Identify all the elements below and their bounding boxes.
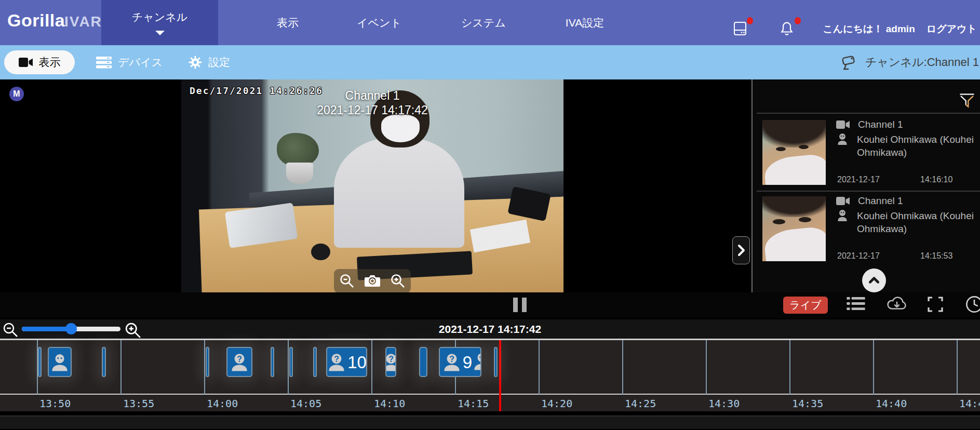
- storage-icon[interactable]: [732, 21, 749, 37]
- playback-control-bar: ライブ: [0, 292, 980, 318]
- snapshot-camera-icon[interactable]: [365, 275, 380, 287]
- timeline-tick-label: 14:00: [207, 397, 238, 410]
- event-time: 14:15:53: [920, 251, 952, 261]
- view-mode-label: 表示: [39, 55, 61, 70]
- timeline-event-bar[interactable]: [206, 347, 209, 377]
- sidebar-expand-button[interactable]: [732, 236, 750, 264]
- nav-tab-4[interactable]: IVA設定: [560, 0, 610, 45]
- timeline-tick-label: 13:50: [39, 397, 71, 410]
- current-channel-info: チャンネル:Channel 1: [840, 45, 979, 79]
- alert-dot: [795, 17, 801, 24]
- timeline-gridline: [957, 340, 958, 394]
- live-video-view[interactable]: Dec/17/2021 14:26:26 Channel 1 2021-12-1…: [181, 79, 563, 292]
- video-camera-icon: [19, 58, 33, 67]
- nav-tab-1[interactable]: 表示: [264, 0, 311, 45]
- timeline-current-datetime: 2021-12-17 14:17:42: [0, 323, 980, 335]
- monitor-badge: M: [9, 87, 24, 101]
- event-channel: Channel 1: [858, 195, 903, 207]
- fullscreen-icon[interactable]: [928, 297, 943, 314]
- download-icon[interactable]: [886, 295, 908, 314]
- event-date: 2021-12-17: [837, 251, 880, 261]
- person-icon: [836, 209, 849, 223]
- nav-tab-label: IVA設定: [566, 16, 604, 30]
- live-button[interactable]: ライブ: [783, 297, 828, 314]
- device-button[interactable]: デバイス: [96, 45, 163, 79]
- timeline-tick-label: 14:40: [876, 397, 907, 410]
- event-sidebar: Channel 1 Kouhei Ohmikawa (KouheiOhmikaw…: [751, 79, 980, 292]
- video-tool-overlay: [334, 269, 411, 292]
- timeline-playhead[interactable]: [499, 340, 501, 411]
- alert-dot: [747, 17, 753, 24]
- event-date: 2021-12-17: [837, 175, 880, 184]
- timeline-gridline: [539, 340, 540, 394]
- video-channel-title: Channel 1: [181, 89, 563, 103]
- timeline-gridline: [204, 340, 205, 394]
- timeline-event-bar[interactable]: [38, 347, 42, 377]
- brand-product-name: IVAR: [64, 14, 102, 30]
- channel-toolbar: 表示 デバイス 設定: [0, 45, 980, 79]
- nav-tab-label: システム: [461, 16, 506, 30]
- device-label: デバイス: [118, 55, 163, 70]
- timeline-event-group[interactable]: ?: [385, 347, 396, 377]
- logout-link[interactable]: ログアウト: [927, 22, 977, 36]
- timeline-gridline: [706, 340, 707, 394]
- bottom-strip: [0, 415, 980, 429]
- event-list-item[interactable]: Channel 1 Kouhei Ohmikawa (KouheiOhmikaw…: [753, 116, 980, 192]
- timeline-tick-label: 14:35: [792, 397, 823, 410]
- pause-button[interactable]: [513, 298, 527, 312]
- timeline-tick-label: 14:05: [290, 397, 321, 410]
- timeline-event-bar[interactable]: [494, 347, 498, 377]
- timeline-event-bar[interactable]: [271, 347, 274, 377]
- person-icon: [472, 350, 481, 374]
- nav-tab-3[interactable]: システム: [460, 0, 507, 45]
- event-list-icon[interactable]: [847, 297, 865, 313]
- clock-icon[interactable]: [965, 295, 980, 316]
- timeline-event-group[interactable]: ?9: [439, 347, 481, 377]
- nav-right-cluster: こんにちは！ admin ログアウト: [732, 0, 977, 45]
- nav-tab-0[interactable]: チャンネル: [101, 0, 218, 45]
- timeline-event-bar[interactable]: [102, 347, 106, 377]
- divider: [757, 113, 980, 114]
- timeline-tick-label: 14:45: [959, 397, 980, 410]
- camera-icon: [836, 197, 850, 205]
- settings-label: 設定: [208, 55, 230, 70]
- timeline-tick-label: 14:30: [708, 397, 740, 410]
- svg-text:?: ?: [388, 355, 394, 364]
- gear-icon: [189, 56, 202, 69]
- person-icon: [836, 133, 849, 147]
- event-list-item[interactable]: Channel 1 Kouhei Ohmikawa (KouheiOhmikaw…: [753, 192, 980, 268]
- timeline-track[interactable]: 13:5013:5514:0014:0514:1014:1514:2014:25…: [0, 339, 980, 411]
- face-thumbnail: [762, 120, 826, 185]
- timeline-event-bar[interactable]: [289, 347, 293, 377]
- timeline-event-group[interactable]: [48, 347, 72, 377]
- zoom-out-icon[interactable]: [339, 273, 355, 289]
- timeline-tick-label: 13:55: [123, 397, 154, 410]
- chevron-up-icon: [867, 274, 881, 287]
- timeline-event-group[interactable]: ?10: [326, 347, 367, 377]
- nav-tab-label: 表示: [277, 16, 299, 30]
- event-count: 9: [463, 354, 472, 371]
- face-thumbnail: [762, 196, 826, 261]
- top-nav: Gorilla IVAR チャンネル表示イベントシステムIVA設定 こんにちは！…: [0, 0, 980, 45]
- filter-icon[interactable]: [958, 92, 976, 110]
- event-person-name: Kouhei Ohmikawa (KouheiOhmikawa): [857, 209, 978, 235]
- bell-icon[interactable]: [780, 21, 797, 37]
- channel-info-text: チャンネル:Channel 1: [865, 55, 979, 70]
- view-mode-button[interactable]: 表示: [4, 50, 75, 74]
- settings-button[interactable]: 設定: [189, 45, 230, 79]
- event-count: 10: [347, 354, 367, 371]
- timeline-gridline: [622, 340, 623, 394]
- scroll-up-button[interactable]: [862, 268, 886, 292]
- timeline-event-group[interactable]: ?: [226, 347, 252, 377]
- zoom-in-icon[interactable]: [390, 273, 406, 289]
- svg-text:?: ?: [334, 355, 339, 364]
- timeline-tick-label: 14:15: [458, 397, 489, 410]
- timeline-gridline: [120, 340, 122, 394]
- nav-tab-label: イベント: [357, 16, 401, 30]
- timeline-event-bar[interactable]: [313, 347, 317, 377]
- brand-logo: Gorilla: [7, 10, 65, 31]
- nav-tab-2[interactable]: イベント: [356, 0, 402, 45]
- timeline-gridline: [371, 340, 372, 394]
- timeline-tick-label: 14:20: [541, 397, 572, 410]
- timeline-event-bar[interactable]: [419, 347, 427, 377]
